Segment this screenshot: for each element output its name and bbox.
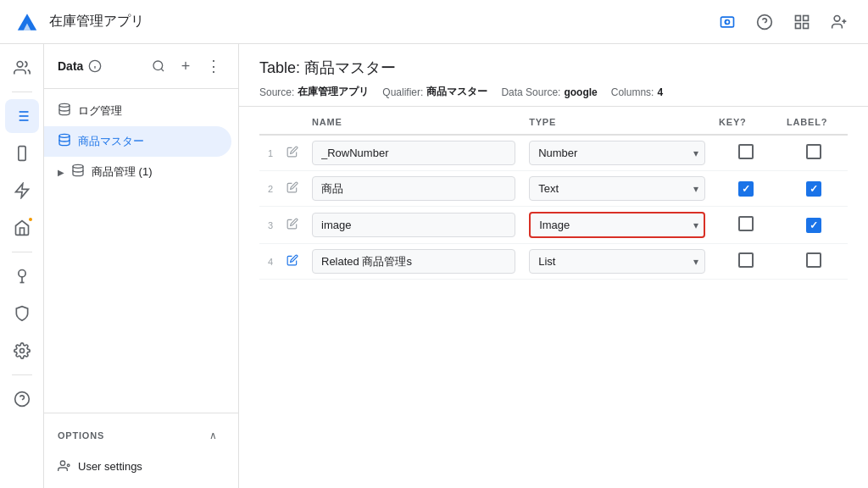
layout-button[interactable]	[787, 7, 817, 37]
settings-icon	[14, 342, 31, 359]
sidebar-title: Data	[58, 59, 102, 73]
sidebar-item-product-master[interactable]: 商品マスター	[44, 126, 231, 157]
type-select-wrap-3: Image	[529, 212, 705, 238]
add-button[interactable]: +	[174, 54, 198, 78]
database-icon-2	[58, 133, 71, 150]
rail-phone[interactable]	[5, 136, 39, 170]
help-button[interactable]	[749, 7, 780, 37]
datasource-value: google	[564, 86, 597, 98]
row-edit-1[interactable]	[280, 135, 305, 171]
svg-rect-9	[804, 23, 809, 28]
rail-bolt[interactable]	[5, 174, 39, 208]
row-key-1[interactable]	[712, 135, 780, 171]
add-user-button[interactable]	[824, 7, 854, 37]
options-label: OPTIONS	[58, 430, 104, 441]
row-type-2[interactable]: Text	[522, 171, 712, 207]
key-checkbox-3[interactable]	[738, 216, 754, 231]
rail-settings[interactable]	[5, 334, 39, 368]
sidebar-options: OPTIONS ∧ User settings	[44, 413, 238, 488]
row-label-3[interactable]	[780, 207, 848, 244]
search-button[interactable]	[147, 54, 170, 78]
sidebar-label-log: ログ管理	[78, 103, 122, 119]
row-label-1[interactable]	[780, 135, 848, 171]
row-edit-3[interactable]	[280, 207, 305, 244]
col-num-header	[259, 107, 280, 135]
app-title: 在庫管理アプリ	[49, 13, 144, 30]
collapse-options-button[interactable]: ∧	[201, 424, 225, 447]
pencil-icon	[287, 218, 298, 230]
row-key-3[interactable]	[712, 207, 780, 244]
row-label-2[interactable]	[780, 171, 848, 207]
search-icon	[152, 59, 165, 73]
svg-point-34	[73, 164, 83, 168]
add-user-icon	[831, 14, 848, 30]
topbar-left: 在庫管理アプリ	[14, 8, 144, 36]
name-input-1[interactable]	[312, 141, 515, 165]
key-checkbox-4[interactable]	[738, 252, 754, 268]
info-icon	[88, 59, 102, 73]
rail-list[interactable]	[5, 99, 39, 133]
meta-source: Source: 在庫管理アプリ	[259, 85, 369, 99]
label-checkbox-4[interactable]	[806, 252, 821, 268]
type-select-2[interactable]: Text	[529, 176, 705, 201]
list-icon	[14, 108, 31, 125]
row-number-4: 4	[259, 244, 280, 280]
row-edit-4[interactable]	[280, 244, 305, 280]
home-badge	[27, 216, 34, 223]
sidebar-item-product-management[interactable]: ▶ 商品管理 (1)	[44, 157, 238, 187]
rail-people[interactable]	[5, 51, 39, 85]
key-checkbox-1[interactable]	[738, 144, 754, 159]
row-key-4[interactable]	[712, 244, 780, 280]
label-checkbox-3[interactable]	[806, 218, 821, 233]
row-type-4[interactable]: List	[522, 244, 712, 280]
content-area: Table: 商品マスター Source: 在庫管理アプリ Qualifier:…	[239, 44, 868, 488]
name-input-4[interactable]	[312, 249, 515, 274]
columns-value: 4	[657, 86, 663, 98]
row-name-1[interactable]	[305, 135, 522, 171]
label-checkbox-2[interactable]	[806, 181, 821, 197]
database-icon-1	[58, 103, 71, 119]
pencil-icon	[287, 146, 298, 158]
label-checkbox-1[interactable]	[806, 144, 821, 159]
type-select-1[interactable]: Number	[529, 141, 705, 165]
rail-bulb[interactable]	[5, 259, 39, 293]
people-icon	[14, 59, 31, 76]
row-type-3[interactable]: Image	[522, 207, 712, 244]
topbar: 在庫管理アプリ	[0, 0, 868, 44]
table-row: 3 Image	[259, 207, 848, 244]
more-button[interactable]: ⋮	[201, 54, 225, 78]
preview-button[interactable]	[712, 7, 743, 37]
svg-point-24	[19, 349, 24, 353]
row-label-4[interactable]	[780, 244, 848, 280]
user-settings-item[interactable]: User settings	[58, 454, 225, 478]
type-select-4[interactable]: List	[529, 249, 705, 274]
rail-divider-1	[12, 92, 32, 92]
rail-home[interactable]	[5, 211, 39, 245]
svg-point-36	[67, 464, 70, 467]
sidebar-actions: + ⋮	[147, 54, 225, 78]
name-input-2[interactable]	[312, 176, 515, 201]
row-key-2[interactable]	[712, 171, 780, 207]
phone-icon	[14, 145, 31, 162]
sidebar-item-log[interactable]: ログ管理	[44, 96, 238, 126]
rail-help[interactable]	[5, 382, 39, 416]
svg-rect-7	[804, 15, 809, 20]
rail-shield[interactable]	[5, 297, 39, 330]
type-select-wrap-4: List	[529, 249, 705, 274]
col-edit-header	[280, 107, 305, 135]
qualifier-label: Qualifier:	[382, 86, 423, 98]
row-type-1[interactable]: Number	[522, 135, 712, 171]
name-input-3[interactable]	[312, 213, 515, 237]
row-name-2[interactable]	[305, 171, 522, 207]
svg-line-31	[161, 69, 164, 71]
type-select-wrap-2: Text	[529, 176, 705, 201]
data-table: NAME TYPE KEY? LABEL? 1 Number 2 Text 3 …	[259, 107, 848, 280]
layout-icon	[793, 14, 810, 30]
main-layout: Data + ⋮	[0, 44, 868, 488]
row-name-4[interactable]	[305, 244, 522, 280]
row-name-3[interactable]	[305, 207, 522, 244]
row-edit-2[interactable]	[280, 171, 305, 207]
user-settings-icon	[58, 459, 71, 473]
key-checkbox-2[interactable]	[738, 181, 754, 197]
type-select-3[interactable]: Image	[529, 212, 705, 238]
